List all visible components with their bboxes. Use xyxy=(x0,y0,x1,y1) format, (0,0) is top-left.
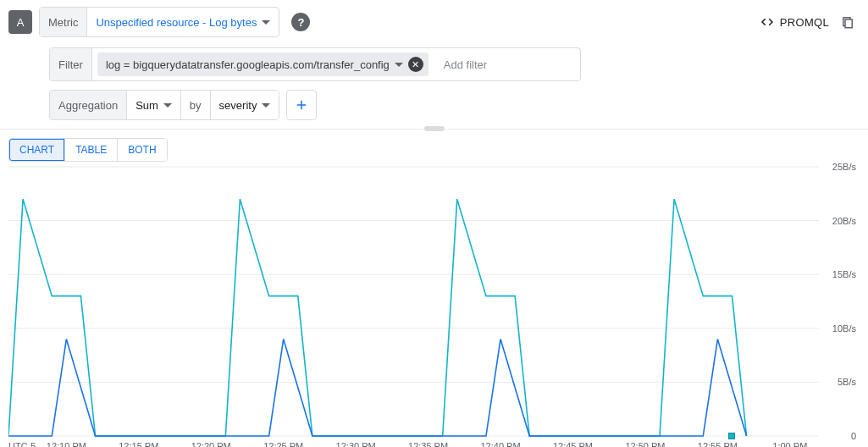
chevron-down-icon xyxy=(395,63,403,67)
tab-table[interactable]: TABLE xyxy=(65,139,118,161)
add-filter-input[interactable]: Add filter xyxy=(444,58,487,71)
x-axis-tick: 12:35 PM xyxy=(408,441,448,447)
x-axis-tick: 12:25 PM xyxy=(263,441,303,447)
help-icon[interactable]: ? xyxy=(291,13,310,31)
x-axis-tick: 12:45 PM xyxy=(553,441,593,447)
filter-label: Filter xyxy=(50,48,92,80)
view-tabs: CHART TABLE BOTH xyxy=(8,138,168,162)
y-axis-tick: 10B/s xyxy=(832,323,856,334)
promql-toggle[interactable]: PROMQL xyxy=(760,14,829,30)
aggregation-function[interactable]: Sum xyxy=(127,91,181,119)
promql-label: PROMQL xyxy=(780,16,829,29)
drag-handle-icon[interactable] xyxy=(424,126,445,131)
tab-both[interactable]: BOTH xyxy=(118,139,166,161)
x-axis-tick: 12:55 PM xyxy=(698,441,738,447)
y-axis-tick: 25B/s xyxy=(832,162,856,172)
filter-chip-text: log = bigquerydatatransfer.googleapis.co… xyxy=(106,58,390,71)
y-axis-tick: 20B/s xyxy=(832,216,856,226)
x-axis-tick: 12:40 PM xyxy=(480,441,520,447)
x-axis-tick: 12:10 PM xyxy=(47,441,86,447)
chevron-down-icon xyxy=(163,103,172,108)
remove-filter-icon[interactable]: ✕ xyxy=(408,57,423,72)
x-axis-tick: 1:00 PM xyxy=(772,441,807,447)
x-axis-tick: 12:20 PM xyxy=(191,441,231,447)
filter-chip[interactable]: log = bigquerydatatransfer.googleapis.co… xyxy=(97,52,428,76)
timezone-label: UTC-5 xyxy=(8,441,36,447)
x-axis-tick: 12:30 PM xyxy=(336,441,376,447)
aggregation-field-value: severity xyxy=(219,99,257,112)
chevron-down-icon xyxy=(262,103,270,108)
aggregation-field[interactable]: severity xyxy=(211,91,279,119)
y-axis-tick: 15B/s xyxy=(832,269,856,279)
aggregation-function-value: Sum xyxy=(135,99,158,112)
x-axis-tick: 12:50 PM xyxy=(625,441,665,447)
chart-area[interactable]: 05B/s10B/s15B/s20B/s25B/s 12:10 PM12:15 … xyxy=(8,162,860,447)
aggregation-label: Aggregation xyxy=(50,91,127,119)
filter-field[interactable]: Filter log = bigquerydatatransfer.google… xyxy=(49,47,581,81)
tab-chart[interactable]: CHART xyxy=(9,139,65,161)
metric-selector[interactable]: Metric Unspecified resource - Log bytes xyxy=(39,7,279,37)
y-axis-tick: 0 xyxy=(851,431,856,441)
copy-icon[interactable] xyxy=(836,14,860,30)
chart-svg xyxy=(8,162,860,447)
current-time-marker xyxy=(728,433,735,439)
aggregation-group: Aggregation Sum by severity xyxy=(49,90,279,120)
metric-value: Unspecified resource - Log bytes xyxy=(96,16,257,29)
panel-divider[interactable] xyxy=(0,129,868,130)
series-badge: A xyxy=(8,10,32,34)
y-axis-tick: 5B/s xyxy=(838,377,856,387)
x-axis-tick: 12:15 PM xyxy=(119,441,158,447)
chevron-down-icon xyxy=(262,20,270,25)
metric-label: Metric xyxy=(40,8,87,36)
add-aggregation-button[interactable] xyxy=(286,90,317,120)
aggregation-by: by xyxy=(181,91,211,119)
code-icon xyxy=(760,14,775,30)
